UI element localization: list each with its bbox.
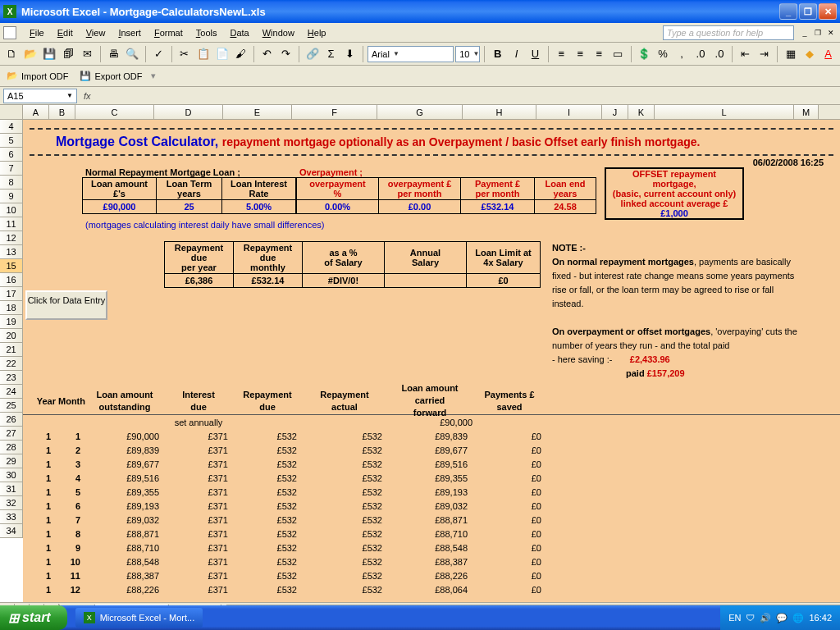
select-all-corner[interactable]	[0, 105, 23, 119]
paste-button[interactable]: 📄	[213, 45, 231, 63]
mdi-minimize-button[interactable]: _	[799, 27, 810, 39]
open-button[interactable]: 📂	[22, 45, 39, 63]
row-header-25[interactable]: 25	[0, 399, 23, 413]
row-header-24[interactable]: 24	[0, 385, 23, 399]
col-header-F[interactable]: F	[292, 105, 377, 119]
language-indicator[interactable]: EN	[728, 613, 741, 623]
row-header-33[interactable]: 33	[0, 510, 23, 524]
col-header-M[interactable]: M	[794, 105, 819, 119]
row-header-23[interactable]: 23	[0, 371, 23, 385]
row-header-21[interactable]: 21	[0, 343, 23, 357]
permission-button[interactable]: 🗐	[60, 45, 77, 63]
tray-icon[interactable]: 🛡	[746, 613, 755, 623]
col-header-B[interactable]: B	[49, 105, 75, 119]
data-entry-button[interactable]: Click for Data Entry	[25, 290, 107, 320]
copy-button[interactable]: 📋	[194, 45, 212, 63]
currency-button[interactable]: 💲	[636, 45, 653, 63]
bold-button[interactable]: B	[489, 45, 506, 63]
col-header-G[interactable]: G	[377, 105, 463, 119]
fill-color-button[interactable]: ◆	[801, 45, 818, 63]
row-header-13[interactable]: 13	[0, 245, 23, 259]
tray-icon[interactable]: 💬	[776, 613, 788, 623]
col-header-C[interactable]: C	[75, 105, 154, 119]
fx-label[interactable]: fx	[84, 91, 91, 101]
row-header-22[interactable]: 22	[0, 357, 23, 371]
increase-decimal-button[interactable]: .0	[692, 45, 710, 63]
col-header-K[interactable]: K	[628, 105, 655, 119]
merge-button[interactable]: ▭	[609, 45, 627, 63]
font-color-button[interactable]: A	[819, 45, 837, 63]
font-size-select[interactable]: 10▼	[455, 46, 480, 62]
menu-edit[interactable]: Edit	[51, 26, 80, 39]
system-tray[interactable]: EN 🛡 🔊 💬 🌐 16:42	[720, 605, 840, 630]
underline-button[interactable]: U	[527, 45, 544, 63]
menu-data[interactable]: Data	[223, 26, 255, 39]
row-header-10[interactable]: 10	[0, 203, 23, 217]
taskbar-item-excel[interactable]: X Microsoft Excel - Mort...	[75, 608, 203, 628]
export-odf-button[interactable]: 💾Export ODF	[76, 69, 145, 83]
col-header-E[interactable]: E	[223, 105, 292, 119]
menu-file[interactable]: File	[23, 26, 51, 39]
col-header-A[interactable]: A	[23, 105, 49, 119]
menu-view[interactable]: View	[80, 26, 112, 39]
mdi-close-button[interactable]: ✕	[825, 27, 837, 39]
align-center-button[interactable]: ≡	[572, 45, 589, 63]
sort-button[interactable]: ⬇	[341, 45, 358, 63]
close-button[interactable]: ✕	[819, 3, 837, 20]
col-header-I[interactable]: I	[536, 105, 602, 119]
row-header-20[interactable]: 20	[0, 329, 23, 343]
tray-icon[interactable]: 🌐	[792, 613, 804, 623]
name-box[interactable]: A15▼	[3, 89, 77, 103]
spellcheck-button[interactable]: ✓	[150, 45, 167, 63]
col-header-D[interactable]: D	[154, 105, 223, 119]
cut-button[interactable]: ✂	[176, 45, 193, 63]
row-header-6[interactable]: 6	[0, 148, 23, 162]
mdi-restore-button[interactable]: ❐	[812, 27, 824, 39]
print-preview-button[interactable]: 🔍	[124, 45, 141, 63]
row-header-29[interactable]: 29	[0, 454, 23, 468]
email-button[interactable]: ✉	[79, 45, 96, 63]
row-header-31[interactable]: 31	[0, 482, 23, 496]
menu-insert[interactable]: Insert	[112, 26, 148, 39]
align-right-button[interactable]: ≡	[591, 45, 608, 63]
help-search-input[interactable]: Type a question for help	[663, 25, 794, 40]
start-button[interactable]: ⊞ start	[0, 605, 67, 630]
row-header-7[interactable]: 7	[0, 162, 23, 176]
decrease-decimal-button[interactable]: .0	[711, 45, 728, 63]
row-header-34[interactable]: 34	[0, 524, 23, 538]
redo-button[interactable]: ↷	[277, 45, 294, 63]
borders-button[interactable]: ▦	[782, 45, 799, 63]
font-name-select[interactable]: Arial▼	[368, 46, 454, 62]
row-header-18[interactable]: 18	[0, 301, 23, 315]
tray-icon[interactable]: 🔊	[760, 613, 771, 623]
row-header-32[interactable]: 32	[0, 496, 23, 510]
row-header-19[interactable]: 19	[0, 315, 23, 329]
comma-button[interactable]: ,	[673, 45, 691, 63]
row-header-5[interactable]: 5	[0, 134, 23, 148]
autosum-button[interactable]: Σ	[322, 45, 340, 63]
spreadsheet-grid[interactable]: 4567891011121315161718192021222324252627…	[0, 120, 840, 602]
row-header-16[interactable]: 16	[0, 273, 23, 287]
undo-button[interactable]: ↶	[258, 45, 276, 63]
col-header-J[interactable]: J	[602, 105, 628, 119]
menu-help[interactable]: Help	[301, 26, 333, 39]
row-header-4[interactable]: 4	[0, 120, 23, 134]
menu-format[interactable]: Format	[148, 26, 189, 39]
row-header-15[interactable]: 15	[0, 259, 23, 273]
align-left-button[interactable]: ≡	[553, 45, 570, 63]
col-header-L[interactable]: L	[655, 105, 794, 119]
menu-window[interactable]: Window	[256, 26, 301, 39]
row-header-30[interactable]: 30	[0, 468, 23, 482]
row-header-27[interactable]: 27	[0, 427, 23, 441]
format-painter-button[interactable]: 🖌	[232, 45, 249, 63]
minimize-button[interactable]: _	[779, 3, 797, 20]
row-header-8[interactable]: 8	[0, 176, 23, 189]
italic-button[interactable]: I	[508, 45, 525, 63]
row-header-28[interactable]: 28	[0, 441, 23, 454]
menu-tools[interactable]: Tools	[189, 26, 224, 39]
print-button[interactable]: 🖶	[105, 45, 122, 63]
decrease-indent-button[interactable]: ⇤	[737, 45, 754, 63]
col-header-H[interactable]: H	[463, 105, 536, 119]
percent-button[interactable]: %	[655, 45, 672, 63]
new-button[interactable]: 🗋	[3, 45, 21, 63]
